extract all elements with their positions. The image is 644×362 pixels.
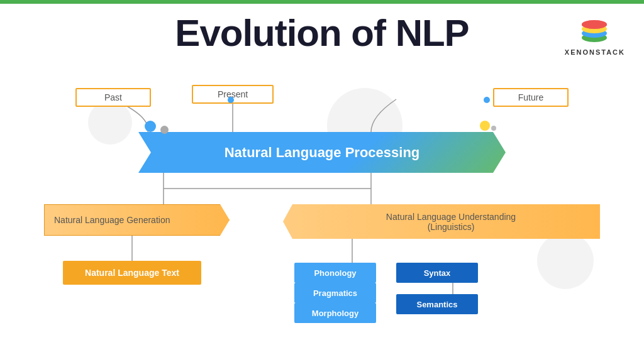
xenonstack-logo-icon xyxy=(577,11,612,46)
page-title: Evolution of NLP xyxy=(0,11,644,55)
logo-text: XENONSTACK xyxy=(565,48,625,56)
nlp-box: Natural Language Processing xyxy=(138,132,506,173)
morphology-box: Morphology xyxy=(294,303,376,323)
past-box: Past xyxy=(75,88,151,107)
top-border xyxy=(0,0,644,4)
dot-yellow xyxy=(480,121,490,131)
semantics-box: Semantics xyxy=(396,294,478,314)
diagram-container: Past Present Future Natural Language Pro… xyxy=(38,82,606,349)
nlu-text: Natural Language Understanding(Linguisti… xyxy=(386,212,516,232)
syntax-box: Syntax xyxy=(396,263,478,283)
nlu-box: Natural Language Understanding(Linguisti… xyxy=(283,204,600,239)
dot-blue-small xyxy=(228,97,234,103)
logo-area: XENONSTACK xyxy=(565,11,625,56)
nlg-box: Natural Language Generation xyxy=(44,204,230,236)
dot-gray-small xyxy=(491,126,496,131)
dot-blue-right xyxy=(484,97,490,103)
nlt-box: Natural Language Text xyxy=(63,261,201,285)
svg-point-4 xyxy=(582,20,607,29)
dot-blue-large xyxy=(145,121,156,132)
phonology-box: Phonology xyxy=(294,263,376,283)
future-box: Future xyxy=(493,88,569,107)
dot-gray xyxy=(160,126,169,134)
pragmatics-box: Pragmatics xyxy=(294,283,376,303)
